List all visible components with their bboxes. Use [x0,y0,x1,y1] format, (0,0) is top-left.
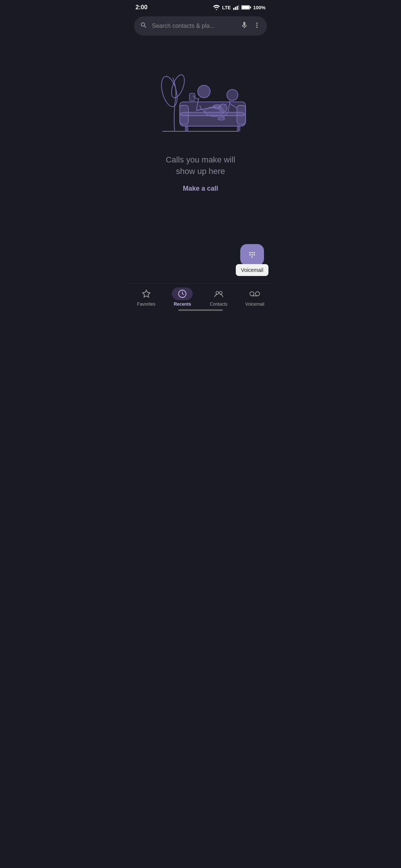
svg-point-24 [251,252,253,253]
svg-rect-18 [189,93,195,101]
favorites-icon-wrap [136,287,157,300]
home-indicator [178,309,223,311]
svg-rect-1 [235,7,236,10]
svg-point-26 [249,254,251,256]
signal-icon [233,5,239,10]
status-icons: LTE 100% [213,5,265,10]
lte-label: LTE [222,5,231,10]
make-a-call-button[interactable]: Make a call [143,185,258,193]
more-options-icon[interactable] [253,21,261,31]
favorites-label: Favorites [137,302,155,307]
dialpad-icon [247,250,257,260]
nav-item-voicemail[interactable]: Voicemail [242,287,268,307]
voicemail-icon [250,289,260,298]
status-time: 2:00 [136,4,147,11]
svg-rect-0 [233,8,234,10]
battery-percent: 100% [253,5,265,10]
voicemail-icon-wrap [244,287,265,300]
svg-point-23 [249,252,251,253]
svg-point-8 [159,75,180,108]
svg-point-20 [218,117,225,120]
svg-point-22 [219,104,227,112]
svg-point-19 [227,89,238,101]
svg-point-16 [198,85,211,98]
mic-icon[interactable] [240,21,248,31]
svg-rect-5 [250,6,251,8]
nav-item-recents[interactable]: Recents [169,287,195,307]
battery-icon [241,5,251,10]
svg-point-28 [254,254,255,256]
svg-rect-2 [237,6,238,10]
contacts-label: Contacts [210,302,227,307]
svg-point-27 [251,254,253,256]
svg-rect-12 [180,105,188,124]
svg-rect-14 [185,125,188,131]
svg-rect-15 [237,125,240,131]
voicemail-fab[interactable]: Voicemail [236,244,268,276]
star-icon [142,289,151,298]
status-bar: 2:00 LTE 100% [128,0,273,13]
empty-state-section: Calls you make willshow up here Make a c… [128,154,273,193]
recents-label: Recents [174,302,191,307]
fab-icon-box[interactable] [240,244,264,266]
svg-point-33 [219,291,222,294]
nav-item-contacts[interactable]: Contacts [206,287,232,307]
contacts-icon [214,289,224,298]
nav-item-favorites[interactable]: Favorites [133,287,159,307]
voicemail-nav-label: Voicemail [245,302,264,307]
search-placeholder: Search contacts & pla... [152,23,236,29]
search-icon [140,22,147,31]
empty-state-message: Calls you make willshow up here [143,154,258,177]
svg-point-9 [169,73,187,99]
empty-state-illustration [149,49,252,141]
voicemail-fab-label: Voicemail [236,264,268,276]
wifi-icon [213,5,220,10]
svg-point-32 [216,291,218,294]
search-bar[interactable]: Search contacts & pla... [134,16,267,36]
recents-icon-wrap [172,287,193,300]
svg-rect-3 [238,5,239,10]
contacts-icon-wrap [208,287,229,300]
bottom-nav: Favorites Recents Contacts [128,283,273,313]
svg-point-29 [251,256,253,258]
clock-icon [178,289,187,298]
svg-rect-6 [242,6,249,9]
svg-marker-30 [143,290,150,297]
svg-point-34 [250,292,254,296]
svg-rect-13 [237,105,245,124]
svg-point-25 [254,252,255,253]
svg-point-35 [255,292,260,296]
illustration-area [128,47,273,143]
